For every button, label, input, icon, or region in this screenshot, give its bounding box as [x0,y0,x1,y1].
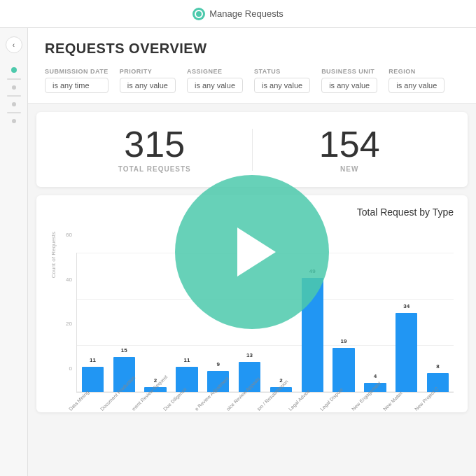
filter-select-5[interactable]: is any value [388,78,444,93]
bar-value-10: 34 [403,303,410,309]
y-tick-40: 40 [58,276,72,283]
top-bar: Manage Requests [0,0,476,28]
bar-group-0: 11Data Mining [77,253,108,392]
bar-group-9: 4New Engagement [359,253,391,392]
manage-icon [192,8,205,20]
filter-label-3: STATUS [254,68,310,75]
top-bar-title: Manage Requests [192,8,284,20]
sidebar-nav-dot-2 [12,85,16,90]
bar-group-11: 8New Project C [422,253,454,392]
filter-group-3: STATUSis any value [254,68,310,93]
sidebar-line-3 [7,112,21,113]
filter-label-2: ASSIGNEE [187,68,243,75]
bar-group-8: 19Legal Dispute [328,253,360,392]
bar-value-5: 13 [246,352,253,358]
bar-value-11: 8 [436,363,439,370]
stat-number-0: 315 [57,126,252,162]
filter-group-4: BUSINESS UNITis any value [321,68,377,93]
sidebar-line-1 [7,78,21,80]
y-tick-0: 0 [58,365,72,372]
page-title: REQUESTS OVERVIEW [45,41,459,57]
bar-value-1: 15 [121,347,127,354]
sidebar: ‹ [0,28,28,476]
bar-value-8: 19 [341,338,347,344]
sidebar-line-2 [7,95,21,97]
filter-label-5: REGION [388,68,444,75]
y-axis-title: Count of Requests [50,232,57,278]
content-area: REQUESTS OVERVIEW SUBMISSION DATEis any … [28,28,476,476]
stat-label-0: TOTAL REQUESTS [57,165,252,173]
bar-group-10: 34New Matter [391,253,422,392]
filter-group-0: SUBMISSION DATEis any time [45,68,108,93]
filter-group-2: ASSIGNEEis any value [187,68,243,93]
y-axis: 60 40 20 0 [58,232,72,372]
sidebar-back-button[interactable]: ‹ [6,36,22,53]
bar-value-0: 11 [90,357,96,363]
page-header: REQUESTS OVERVIEW SUBMISSION DATEis any … [28,28,476,104]
filter-group-5: REGIONis any value [388,68,444,93]
sidebar-nav-dot-3 [12,102,16,106]
filter-label-4: BUSINESS UNIT [321,68,377,75]
filter-select-4[interactable]: is any value [321,78,377,93]
bar-group-2: 2ment Review Request [140,253,172,392]
bar-value-4: 9 [216,361,219,368]
bar-group-1: 15Document Production [108,253,140,392]
filters-row: SUBMISSION DATEis any timePRIORITYis any… [45,68,459,103]
stat-item-0: 315TOTAL REQUESTS [57,126,252,173]
filter-label-0: SUBMISSION DATE [45,68,108,75]
stat-item-1: 154NEW [253,126,447,173]
bar-value-3: 11 [183,357,190,363]
play-triangle [237,227,276,276]
filter-label-1: PRIORITY [120,68,176,75]
y-tick-60: 60 [58,232,72,238]
sidebar-nav-dot-4 [12,119,16,123]
filter-group-1: PRIORITYis any value [120,68,176,93]
y-tick-20: 20 [58,321,72,327]
filter-select-1[interactable]: is any value [120,78,176,93]
top-bar-text: Manage Requests [209,8,284,19]
filter-select-0[interactable]: is any time [45,78,108,93]
play-overlay[interactable] [175,175,329,329]
bar-value-9: 4 [374,373,377,379]
filter-select-2[interactable]: is any value [187,78,243,93]
stat-label-1: NEW [253,165,447,173]
sidebar-nav-dot-1 [11,67,17,73]
filter-select-3[interactable]: is any value [254,78,310,93]
stat-number-1: 154 [253,126,447,162]
